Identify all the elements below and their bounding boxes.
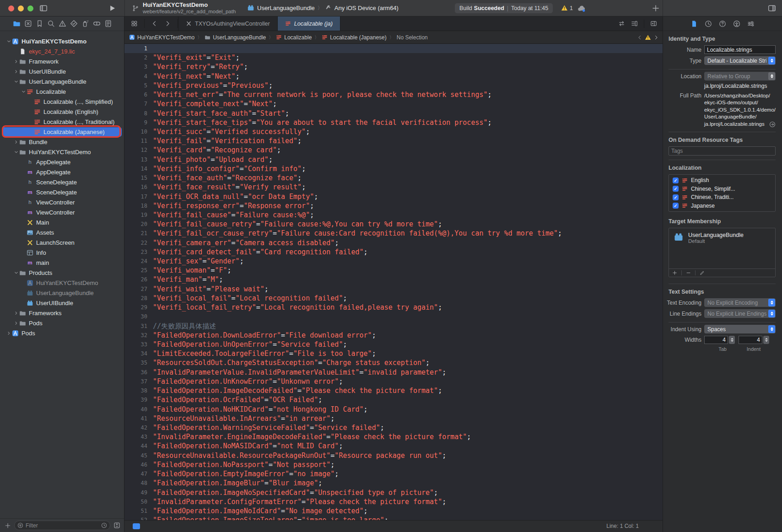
tree-item-appdelegate[interactable]: hAppDelegate bbox=[0, 157, 124, 167]
disclosure-chevron[interactable] bbox=[13, 321, 19, 325]
disclosure-chevron[interactable] bbox=[5, 331, 12, 335]
breadcrumb-item[interactable]: No Selection bbox=[397, 34, 428, 41]
issue-warning-icon[interactable] bbox=[645, 34, 651, 41]
tree-item-useruibundle[interactable]: UserUIBundle bbox=[0, 298, 124, 308]
issue-navigator[interactable] bbox=[59, 20, 66, 27]
tree-item-huiyanekyctestdemo[interactable]: HuiYanEKYCTestDemo bbox=[0, 278, 124, 288]
tree-item-localizable-traditional-[interactable]: Localizable (..., Traditional) bbox=[0, 117, 124, 127]
toggle-inspector-button[interactable] bbox=[768, 4, 776, 12]
disclosure-chevron[interactable] bbox=[13, 80, 19, 84]
scheme-name[interactable]: UserLanguageBundle bbox=[257, 5, 315, 11]
scheme-selector[interactable]: UserLanguageBundle 〉 Any iOS Device (arm… bbox=[247, 4, 399, 11]
tab-width-stepper[interactable] bbox=[729, 336, 735, 344]
close-window-button[interactable] bbox=[8, 5, 14, 11]
breadcrumb-item[interactable]: HuiYanEKYCTestDemo bbox=[129, 34, 194, 41]
disclosure-chevron[interactable] bbox=[20, 90, 27, 94]
tags-input[interactable]: Tags bbox=[669, 146, 776, 156]
text-encoding-dropdown[interactable]: No Explicit Encoding bbox=[704, 298, 776, 307]
quick-help-inspector[interactable] bbox=[719, 20, 726, 27]
disclosure-chevron[interactable] bbox=[13, 140, 19, 144]
location-dropdown[interactable]: Relative to Group bbox=[704, 72, 776, 81]
disclosure-chevron[interactable] bbox=[13, 271, 19, 275]
project-navigator[interactable] bbox=[13, 20, 21, 27]
swap-editor-icon[interactable] bbox=[618, 20, 625, 27]
code-editor[interactable]: 12"Verifi_exit"="Exit";3"Verifi_retry"="… bbox=[124, 44, 663, 520]
disclosure-chevron[interactable] bbox=[5, 39, 12, 43]
cloud-sync-icon[interactable] bbox=[577, 5, 586, 13]
scm-status-filter-icon[interactable] bbox=[113, 522, 120, 529]
warning-count-badge[interactable]: 1 bbox=[561, 5, 573, 11]
tree-item-scenedelegate[interactable]: hSceneDelegate bbox=[0, 177, 124, 187]
add-tab-button[interactable] bbox=[652, 4, 660, 12]
tree-item-huiyanekyctestdemo[interactable]: HuiYanEKYCTestDemo bbox=[0, 36, 124, 46]
type-dropdown[interactable]: Default - Localizable Strin... bbox=[704, 56, 776, 65]
tree-item-assets[interactable]: Assets bbox=[0, 227, 124, 237]
debug-navigator[interactable] bbox=[81, 20, 89, 27]
tree-item-info[interactable]: Info bbox=[0, 247, 124, 258]
breadcrumb-item[interactable]: UserLanguageBundle bbox=[205, 34, 266, 41]
open-in-finder-arrow-button[interactable] bbox=[769, 121, 776, 128]
disclosure-chevron[interactable] bbox=[13, 311, 19, 315]
minimize-window-button[interactable] bbox=[18, 5, 24, 11]
go-forward-button[interactable] bbox=[164, 20, 171, 27]
report-navigator[interactable] bbox=[104, 20, 112, 27]
tree-item-bundle[interactable]: Bundle bbox=[0, 137, 124, 147]
breakpoint-navigator[interactable] bbox=[93, 20, 101, 27]
breadcrumb-item[interactable]: Localizable bbox=[276, 34, 312, 41]
attributes-inspector[interactable] bbox=[747, 20, 755, 27]
find-navigator[interactable] bbox=[47, 20, 55, 27]
add-file-button[interactable] bbox=[5, 522, 11, 529]
tree-item-main[interactable]: mmain bbox=[0, 258, 124, 268]
tree-item-localizable-japanese-[interactable]: Localizable (Japanese) bbox=[0, 127, 124, 137]
zoom-window-button[interactable] bbox=[27, 5, 33, 11]
line-endings-dropdown[interactable]: No Explicit Line Endings bbox=[704, 309, 776, 318]
tree-item-localizable[interactable]: Localizable bbox=[0, 86, 124, 97]
history-inspector[interactable] bbox=[705, 20, 712, 27]
tree-item-huiyanekyctestdemo[interactable]: HuiYanEKYCTestDemo bbox=[0, 147, 124, 157]
tree-item-frameworks[interactable]: Frameworks bbox=[0, 308, 124, 318]
source-control-navigator[interactable] bbox=[24, 20, 32, 27]
edit-target-button[interactable] bbox=[700, 270, 705, 275]
tree-item-appdelegate[interactable]: mAppDelegate bbox=[0, 167, 124, 177]
editor-tab-localizable-ja-[interactable]: Localizable (ja) bbox=[278, 16, 340, 31]
tree-item-pods[interactable]: Pods bbox=[0, 328, 124, 338]
run-button[interactable] bbox=[108, 4, 116, 12]
tree-item-viewcontroller[interactable]: hViewController bbox=[0, 197, 124, 207]
editor-tab-txyosauthingviewcontroller[interactable]: TXYOsAuthingViewController bbox=[178, 16, 278, 31]
tree-item-localizable-english-[interactable]: Localizable (English) bbox=[0, 107, 124, 117]
activity-view[interactable]: Build Succeeded | Today at 11:45 bbox=[455, 3, 553, 13]
bookmark-navigator[interactable] bbox=[36, 20, 43, 27]
tree-item-framework[interactable]: Framework bbox=[0, 56, 124, 66]
checkbox-checked[interactable]: ✓ bbox=[673, 194, 679, 200]
tab-width-field[interactable]: 4 bbox=[704, 336, 728, 344]
tree-item-localizable-simplified-[interactable]: Localizable (..., Simplified) bbox=[0, 97, 124, 107]
tree-item-products[interactable]: Products bbox=[0, 268, 124, 278]
indent-using-dropdown[interactable]: Spaces bbox=[704, 325, 776, 333]
add-target-button[interactable] bbox=[672, 270, 677, 275]
checkbox-checked[interactable]: ✓ bbox=[673, 203, 679, 209]
previous-issue-button[interactable] bbox=[637, 35, 642, 40]
breadcrumb-item[interactable]: Localizable (Japanese) bbox=[322, 34, 386, 41]
related-items-icon[interactable] bbox=[131, 20, 138, 27]
filter-field[interactable]: Filter bbox=[14, 521, 110, 530]
tree-item-useruibundle[interactable]: UserUIBundle bbox=[0, 66, 124, 76]
remove-target-button[interactable] bbox=[686, 270, 691, 275]
adjust-editor-options-button[interactable] bbox=[631, 20, 638, 27]
tree-item-scenedelegate[interactable]: mSceneDelegate bbox=[0, 187, 124, 197]
accessibility-inspector[interactable] bbox=[733, 20, 740, 27]
add-editor-button[interactable] bbox=[650, 20, 657, 27]
disclosure-chevron[interactable] bbox=[13, 59, 19, 64]
checkbox-checked[interactable]: ✓ bbox=[673, 186, 679, 192]
file-inspector[interactable] bbox=[690, 20, 698, 27]
tree-item-userlanguagebundle[interactable]: UserLanguageBundle bbox=[0, 288, 124, 298]
tree-item-launchscreen[interactable]: LaunchScreen bbox=[0, 237, 124, 247]
destination-name[interactable]: Any iOS Device (arm64) bbox=[334, 5, 399, 11]
test-navigator[interactable] bbox=[70, 20, 78, 27]
tree-item-viewcontroller[interactable]: mViewController bbox=[0, 207, 124, 217]
tree-item-pods[interactable]: Pods bbox=[0, 318, 124, 328]
indent-width-stepper[interactable] bbox=[763, 336, 769, 344]
next-issue-button[interactable] bbox=[653, 35, 659, 40]
disclosure-chevron[interactable] bbox=[13, 70, 19, 74]
tree-item-userlanguagebundle[interactable]: UserLanguageBundle bbox=[0, 76, 124, 86]
indent-width-field[interactable]: 4 bbox=[739, 336, 762, 344]
